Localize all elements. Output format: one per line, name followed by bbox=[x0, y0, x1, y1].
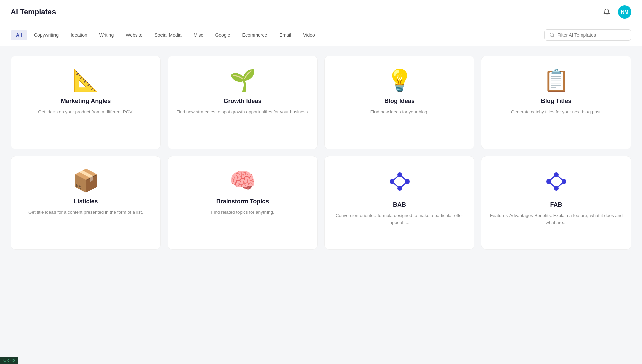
card-title-blog-titles: Blog Titles bbox=[541, 98, 572, 105]
card-icon-brainstorm-topics: 🧠 bbox=[229, 170, 256, 191]
filter-tab-social-media[interactable]: Social Media bbox=[149, 30, 187, 40]
card-marketing-angles[interactable]: 📐 Marketing Angles Get ideas on your pro… bbox=[11, 56, 161, 149]
card-fab[interactable]: FAB Features-Advantages-Benefits: Explai… bbox=[481, 156, 631, 250]
svg-line-15 bbox=[556, 175, 564, 181]
svg-line-6 bbox=[392, 175, 400, 181]
filter-tab-writing[interactable]: Writing bbox=[94, 30, 119, 40]
card-desc-fab: Features-Advantages-Benefits: Explain a … bbox=[490, 212, 623, 226]
card-title-listicles: Listicles bbox=[74, 198, 98, 205]
card-title-brainstorm-topics: Brainstorm Topics bbox=[216, 198, 269, 205]
card-blog-ideas[interactable]: 💡 Blog Ideas Find new ideas for your blo… bbox=[324, 56, 474, 149]
card-blog-titles[interactable]: 📋 Blog Titles Generate catchy titles for… bbox=[481, 56, 631, 149]
svg-line-7 bbox=[400, 175, 407, 181]
card-desc-blog-ideas: Find new ideas for your blog. bbox=[370, 109, 428, 116]
card-desc-listicles: Get title ideas for a content presented … bbox=[28, 209, 143, 216]
filter-tab-copywriting[interactable]: Copywriting bbox=[29, 30, 64, 40]
filter-tab-misc[interactable]: Misc bbox=[188, 30, 209, 40]
search-icon bbox=[549, 32, 555, 38]
card-brainstorm-topics[interactable]: 🧠 Brainstorm Topics Find related topics … bbox=[168, 156, 318, 250]
card-title-growth-ideas: Growth Ideas bbox=[223, 98, 261, 105]
bab-icon bbox=[388, 170, 411, 195]
card-title-marketing-angles: Marketing Angles bbox=[61, 98, 111, 105]
svg-line-8 bbox=[400, 181, 407, 188]
avatar[interactable]: NM bbox=[618, 5, 631, 19]
card-growth-ideas[interactable]: 🌱 Growth Ideas Find new strategies to sp… bbox=[168, 56, 318, 149]
card-title-fab: FAB bbox=[550, 201, 562, 208]
search-input[interactable] bbox=[557, 32, 626, 38]
card-desc-growth-ideas: Find new strategies to spot growth oppor… bbox=[176, 109, 309, 116]
svg-line-16 bbox=[556, 181, 564, 188]
fab-icon bbox=[545, 170, 568, 195]
filter-tab-ideation[interactable]: Ideation bbox=[65, 30, 93, 40]
card-icon-listicles: 📦 bbox=[73, 170, 99, 191]
filter-tab-ecommerce[interactable]: Ecommerce bbox=[237, 30, 273, 40]
header: AI Templates NM bbox=[0, 0, 642, 24]
filter-tab-email[interactable]: Email bbox=[274, 30, 296, 40]
filter-tabs: AllCopywritingIdeationWritingWebsiteSoci… bbox=[11, 30, 320, 40]
filter-tab-video[interactable]: Video bbox=[298, 30, 320, 40]
search-box bbox=[544, 29, 631, 41]
notifications-icon[interactable] bbox=[601, 6, 613, 18]
card-icon-blog-ideas: 💡 bbox=[386, 70, 413, 91]
card-desc-bab: Conversion-oriented formula designed to … bbox=[333, 212, 466, 226]
svg-line-9 bbox=[392, 181, 400, 188]
card-icon-marketing-angles: 📐 bbox=[73, 70, 99, 91]
svg-line-1 bbox=[553, 36, 554, 37]
card-listicles[interactable]: 📦 Listicles Get title ideas for a conten… bbox=[11, 156, 161, 250]
header-actions: NM bbox=[601, 5, 631, 19]
card-icon-blog-titles: 📋 bbox=[543, 70, 570, 91]
page-title: AI Templates bbox=[11, 8, 56, 16]
card-title-bab: BAB bbox=[393, 201, 406, 208]
filter-tab-website[interactable]: Website bbox=[120, 30, 148, 40]
card-desc-blog-titles: Generate catchy titles for your next blo… bbox=[511, 109, 602, 116]
card-icon-growth-ideas: 🌱 bbox=[229, 70, 256, 91]
bottom-bar: GlcFlo bbox=[0, 357, 18, 364]
cards-grid: 📐 Marketing Angles Get ideas on your pro… bbox=[0, 46, 642, 259]
card-desc-marketing-angles: Get ideas on your product from a differe… bbox=[38, 109, 133, 116]
card-bab[interactable]: BAB Conversion-oriented formula designed… bbox=[324, 156, 474, 250]
filter-bar: AllCopywritingIdeationWritingWebsiteSoci… bbox=[0, 24, 642, 46]
card-title-blog-ideas: Blog Ideas bbox=[384, 98, 415, 105]
card-desc-brainstorm-topics: Find related topics for anything. bbox=[211, 209, 274, 216]
filter-tab-all[interactable]: All bbox=[11, 30, 27, 40]
svg-line-14 bbox=[549, 175, 556, 181]
svg-line-17 bbox=[549, 181, 556, 188]
filter-tab-google[interactable]: Google bbox=[210, 30, 235, 40]
